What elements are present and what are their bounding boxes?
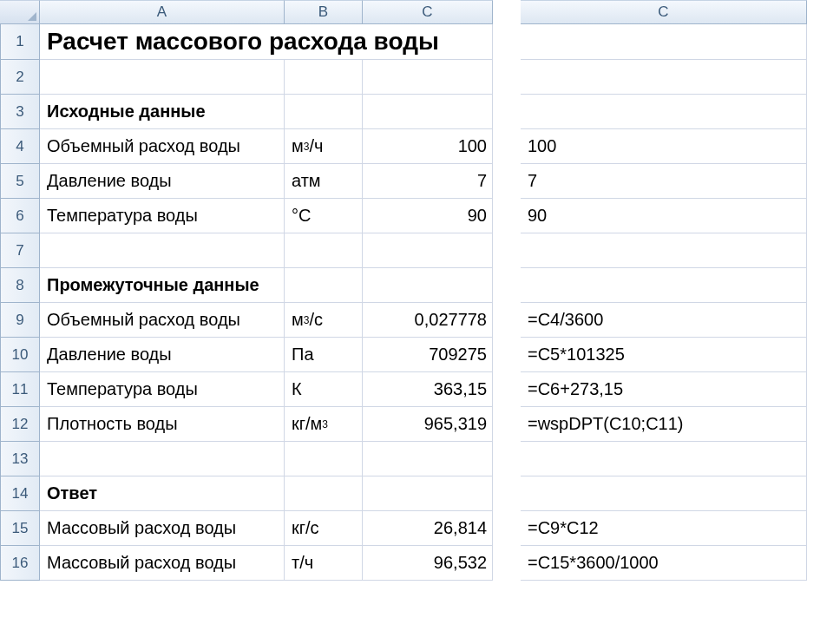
- cell-B4[interactable]: м3/ч: [285, 129, 363, 164]
- cell-C11[interactable]: 363,15: [363, 372, 493, 407]
- page-title[interactable]: Расчет массового расхода воды: [40, 24, 493, 60]
- cell-A7[interactable]: [40, 233, 285, 268]
- row-header-15[interactable]: 15: [0, 511, 40, 546]
- cell-B6[interactable]: °C: [285, 199, 363, 233]
- cell-C6[interactable]: 90: [363, 199, 493, 233]
- row-header-16[interactable]: 16: [0, 546, 40, 581]
- section-answer-header[interactable]: Ответ: [40, 476, 285, 511]
- cell-A6[interactable]: Температура воды: [40, 199, 285, 233]
- cell-F1[interactable]: [521, 24, 807, 60]
- cell-A12[interactable]: Плотность воды: [40, 407, 285, 442]
- cell-F12[interactable]: =wspDPT(C10;C11): [521, 407, 807, 442]
- cell-C13[interactable]: [363, 442, 493, 476]
- row-header-14[interactable]: 14: [0, 476, 40, 511]
- cell-C3[interactable]: [363, 95, 493, 129]
- cell-C9[interactable]: 0,027778: [363, 303, 493, 338]
- cell-B16[interactable]: т/ч: [285, 546, 363, 581]
- cell-C14[interactable]: [363, 476, 493, 511]
- cell-B15[interactable]: кг/с: [285, 511, 363, 546]
- cell-F15[interactable]: =C9*C12: [521, 511, 807, 546]
- cell-A4[interactable]: Объемный расход воды: [40, 129, 285, 164]
- cell-F16[interactable]: =C15*3600/1000: [521, 546, 807, 581]
- cell-A11[interactable]: Температура воды: [40, 372, 285, 407]
- cell-C4[interactable]: 100: [363, 129, 493, 164]
- cell-B7[interactable]: [285, 233, 363, 268]
- cell-F8[interactable]: [521, 268, 807, 303]
- cell-B8[interactable]: [285, 268, 363, 303]
- cell-F13[interactable]: [521, 442, 807, 476]
- row-header-5[interactable]: 5: [0, 164, 40, 199]
- col-header-B[interactable]: B: [285, 0, 363, 24]
- cell-C10[interactable]: 709275: [363, 338, 493, 372]
- cell-F6[interactable]: 90: [521, 199, 807, 233]
- row-header-4[interactable]: 4: [0, 129, 40, 164]
- col-gap: [493, 0, 521, 24]
- cell-F4[interactable]: 100: [521, 129, 807, 164]
- row-header-13[interactable]: 13: [0, 442, 40, 476]
- cell-B2[interactable]: [285, 60, 363, 95]
- row-header-3[interactable]: 3: [0, 95, 40, 129]
- cell-B9[interactable]: м3/с: [285, 303, 363, 338]
- cell-C8[interactable]: [363, 268, 493, 303]
- cell-A10[interactable]: Давление воды: [40, 338, 285, 372]
- col-header-C2[interactable]: C: [521, 0, 807, 24]
- row-header-7[interactable]: 7: [0, 233, 40, 268]
- cell-A15[interactable]: Массовый расход воды: [40, 511, 285, 546]
- section-intermediate-header[interactable]: Промежуточные данные: [40, 268, 285, 303]
- row-header-2[interactable]: 2: [0, 60, 40, 95]
- cell-F14[interactable]: [521, 476, 807, 511]
- row-header-9[interactable]: 9: [0, 303, 40, 338]
- cell-C16[interactable]: 96,532: [363, 546, 493, 581]
- cell-C7[interactable]: [363, 233, 493, 268]
- cell-F11[interactable]: =C6+273,15: [521, 372, 807, 407]
- cell-B11[interactable]: К: [285, 372, 363, 407]
- row-header-11[interactable]: 11: [0, 372, 40, 407]
- cell-F10[interactable]: =C5*101325: [521, 338, 807, 372]
- cell-B14[interactable]: [285, 476, 363, 511]
- select-all-corner[interactable]: [0, 0, 40, 24]
- cell-C2[interactable]: [363, 60, 493, 95]
- spreadsheet: A B C C 1 Расчет массового расхода воды …: [0, 0, 833, 581]
- row-header-8[interactable]: 8: [0, 268, 40, 303]
- row-header-12[interactable]: 12: [0, 407, 40, 442]
- row-header-1[interactable]: 1: [0, 24, 40, 60]
- cell-B13[interactable]: [285, 442, 363, 476]
- cell-A5[interactable]: Давление воды: [40, 164, 285, 199]
- row-header-6[interactable]: 6: [0, 199, 40, 233]
- cell-C15[interactable]: 26,814: [363, 511, 493, 546]
- row-header-10[interactable]: 10: [0, 338, 40, 372]
- cell-F2[interactable]: [521, 60, 807, 95]
- cell-B5[interactable]: атм: [285, 164, 363, 199]
- cell-F7[interactable]: [521, 233, 807, 268]
- cell-B3[interactable]: [285, 95, 363, 129]
- cell-A16[interactable]: Массовый расход воды: [40, 546, 285, 581]
- cell-C5[interactable]: 7: [363, 164, 493, 199]
- section-input-header[interactable]: Исходные данные: [40, 95, 285, 129]
- cell-A2[interactable]: [40, 60, 285, 95]
- cell-F9[interactable]: =C4/3600: [521, 303, 807, 338]
- col-header-A[interactable]: A: [40, 0, 285, 24]
- cell-F3[interactable]: [521, 95, 807, 129]
- cell-A9[interactable]: Объемный расход воды: [40, 303, 285, 338]
- cell-A13[interactable]: [40, 442, 285, 476]
- col-header-C[interactable]: C: [363, 0, 493, 24]
- cell-F5[interactable]: 7: [521, 164, 807, 199]
- cell-B10[interactable]: Па: [285, 338, 363, 372]
- cell-C12[interactable]: 965,319: [363, 407, 493, 442]
- cell-B12[interactable]: кг/м3: [285, 407, 363, 442]
